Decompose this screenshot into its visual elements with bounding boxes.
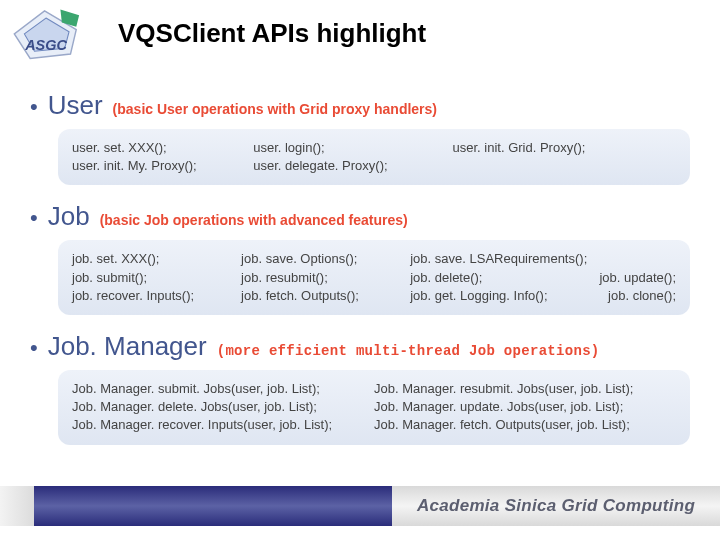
api-item: user. set. XXX(); (72, 139, 253, 157)
section-user-desc: (basic User operations with Grid proxy h… (113, 101, 437, 117)
page-title: VQSClient APIs highlight (118, 18, 426, 49)
content: • User (basic User operations with Grid … (30, 80, 700, 461)
api-item: job. save. Options(); (241, 250, 410, 268)
section-job-name: Job (48, 201, 90, 232)
section-jobmanager-desc: (more efficient multi-thread Job operati… (217, 343, 600, 359)
api-item: Job. Manager. resubmit. Jobs(user, job. … (374, 380, 676, 398)
footer-accent-left (0, 486, 34, 526)
section-job-head: • Job (basic Job operations with advance… (30, 201, 700, 232)
bullet-icon: • (30, 337, 38, 359)
api-item: job. recover. Inputs(); (72, 287, 241, 305)
api-item: user. login(); (253, 139, 452, 157)
api-item: job. delete(); (410, 269, 482, 287)
bullet-icon: • (30, 207, 38, 229)
api-item: user. init. Grid. Proxy(); (453, 139, 677, 157)
jobmanager-api-box: Job. Manager. submit. Jobs(user, job. Li… (58, 370, 690, 445)
section-user-name: User (48, 90, 103, 121)
asgc-logo: ASGC (10, 8, 82, 62)
api-item: Job. Manager. fetch. Outputs(user, job. … (374, 416, 676, 434)
api-item: job. resubmit(); (241, 269, 410, 287)
api-item: job. update(); (599, 269, 676, 287)
user-api-box: user. set. XXX(); user. init. My. Proxy(… (58, 129, 690, 185)
api-item: Job. Manager. delete. Jobs(user, job. Li… (72, 398, 374, 416)
api-item: job. set. XXX(); (72, 250, 241, 268)
footer-bar: Academia Sinica Grid Computing (0, 486, 720, 526)
footer-accent-mid (34, 486, 392, 526)
api-item: Job. Manager. update. Jobs(user, job. Li… (374, 398, 676, 416)
bullet-icon: • (30, 96, 38, 118)
api-item: job. save. LSARequirements(); (410, 250, 676, 268)
api-item: Job. Manager. recover. Inputs(user, job.… (72, 416, 374, 434)
section-job-desc: (basic Job operations with advanced feat… (100, 212, 408, 228)
job-api-box: job. set. XXX(); job. submit(); job. rec… (58, 240, 690, 315)
api-item: user. delegate. Proxy(); (253, 157, 452, 175)
api-item: job. submit(); (72, 269, 241, 287)
api-item: job. clone(); (608, 287, 676, 305)
api-item: user. init. My. Proxy(); (72, 157, 253, 175)
section-jobmanager-head: • Job. Manager (more efficient multi-thr… (30, 331, 700, 362)
section-jobmanager-name: Job. Manager (48, 331, 207, 362)
api-item: job. get. Logging. Info(); (410, 287, 547, 305)
footer-text: Academia Sinica Grid Computing (392, 486, 720, 526)
section-user-head: • User (basic User operations with Grid … (30, 90, 700, 121)
api-item: job. fetch. Outputs(); (241, 287, 410, 305)
logo-text: ASGC (24, 37, 67, 53)
api-item: Job. Manager. submit. Jobs(user, job. Li… (72, 380, 374, 398)
